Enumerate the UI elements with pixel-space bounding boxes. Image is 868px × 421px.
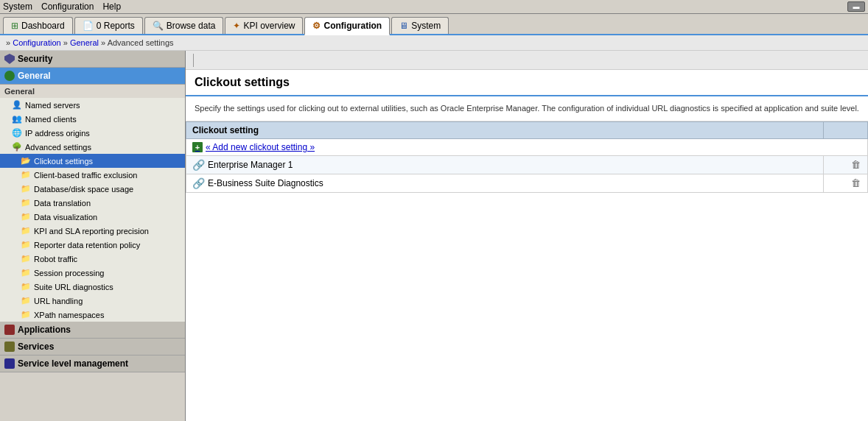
sidebar-item-xpath[interactable]: 📁 XPath namespaces (0, 308, 185, 322)
menu-help[interactable]: Help (102, 1, 121, 12)
breadcrumb-current: Advanced settings (108, 38, 174, 47)
data-visualization-label: Data visualization (34, 213, 97, 222)
table-header-setting: Clickout setting (186, 121, 824, 138)
sidebar-item-applications[interactable]: Applications (0, 322, 185, 339)
ebs-label: E-Business Suite Diagnostics (208, 178, 323, 188)
ip-address-label: IP address origins (25, 129, 90, 138)
sidebar-item-session-processing[interactable]: 📁 Session processing (0, 266, 185, 280)
tab-dashboard[interactable]: ⊞ Dashboard (3, 17, 73, 34)
row-ebs-actions: 🗑 (824, 174, 868, 192)
reporter-retention-label: Reporter data retention policy (34, 241, 140, 250)
delete-ebs-icon[interactable]: 🗑 (850, 177, 861, 189)
sidebar-item-services[interactable]: Services (0, 339, 185, 355)
url-handling-label: URL handling (34, 297, 83, 305)
description-text: Specify the settings used for clicking o… (195, 104, 859, 113)
breadcrumb: » Configuration » General » Advanced set… (0, 35, 868, 51)
breadcrumb-config[interactable]: Configuration (13, 38, 60, 47)
tab-system[interactable]: 🖥 System (391, 17, 449, 34)
kpi-sla-label: KPI and SLA reporting precision (34, 227, 149, 236)
tab-reports-label: 0 Reports (97, 21, 135, 31)
client-traffic-label: Client-based traffic exclusion (34, 171, 137, 180)
named-clients-label: Named clients (25, 115, 77, 124)
sidebar-services-label: Services (18, 342, 54, 352)
system-icon: 🖥 (399, 21, 408, 31)
robot-traffic-label: Robot traffic (34, 255, 77, 263)
xpath-label: XPath namespaces (34, 311, 104, 319)
sidebar-item-suite-url[interactable]: 📁 Suite URL diagnostics (0, 280, 185, 294)
data-translation-label: Data translation (34, 199, 91, 208)
session-processing-label: Session processing (34, 269, 104, 277)
sidebar-group-label: General (0, 85, 185, 98)
add-link-text: « Add new clickout setting » (206, 142, 315, 152)
sidebar-item-slm[interactable]: Service level management (0, 355, 185, 372)
breadcrumb-sep0: » (6, 38, 13, 47)
dashboard-icon: ⊞ (11, 21, 18, 31)
sidebar-item-database[interactable]: 📁 Database/disk space usage (0, 182, 185, 196)
em-row[interactable]: 🔗 Enterprise Manager 1 (192, 159, 817, 171)
shield-icon (4, 54, 15, 64)
tab-browse-data[interactable]: 🔍 Browse data (144, 17, 224, 34)
folder-icon-9: 📁 (21, 282, 31, 291)
folder-icon-5: 📁 (21, 226, 31, 236)
breadcrumb-sep1: » (63, 38, 70, 47)
tab-dashboard-label: Dashboard (21, 21, 65, 31)
sidebar-item-ip-address[interactable]: 🌐 IP address origins (0, 126, 185, 140)
sidebar-item-named-clients[interactable]: 👥 Named clients (0, 112, 185, 126)
sidebar-item-advanced-settings[interactable]: 🌳 Advanced settings (0, 140, 185, 154)
tab-bar: ⊞ Dashboard 📄 0 Reports 🔍 Browse data ✦ … (0, 14, 868, 35)
folder-icon-7: 📁 (21, 254, 31, 263)
sidebar-item-data-translation[interactable]: 📁 Data translation (0, 196, 185, 210)
clickout-table: Clickout setting + « Add new clickout se… (186, 121, 868, 193)
sidebar-general-label: General (18, 71, 51, 81)
clickout-icon-ebs: 🔗 (192, 177, 205, 189)
tab-kpi-label: KPI overview (243, 21, 295, 31)
people2-icon: 👥 (12, 114, 22, 124)
table-row: 🔗 E-Business Suite Diagnostics 🗑 (186, 174, 868, 192)
reports-icon: 📄 (83, 21, 94, 31)
sidebar-item-clickout-settings[interactable]: 📂 Clickout settings (0, 154, 185, 168)
table-row: 🔗 Enterprise Manager 1 🗑 (186, 155, 868, 174)
sidebar-item-url-handling[interactable]: 📁 URL handling (0, 294, 185, 308)
clickout-icon-em: 🔗 (192, 159, 205, 171)
sidebar-item-data-visualization[interactable]: 📁 Data visualization (0, 210, 185, 224)
network-icon: 🌐 (12, 128, 22, 138)
sidebar-item-security[interactable]: Security (0, 51, 185, 68)
slm-icon (4, 358, 15, 369)
sidebar-general-group: General 👤 Named servers 👥 Named clients … (0, 85, 185, 322)
add-clickout-link[interactable]: + « Add new clickout setting » (192, 142, 861, 152)
sidebar-item-kpi-sla[interactable]: 📁 KPI and SLA reporting precision (0, 224, 185, 238)
sidebar-item-reporter-retention[interactable]: 📁 Reporter data retention policy (0, 238, 185, 252)
breadcrumb-sep2: » (101, 38, 108, 47)
sidebar-item-robot-traffic[interactable]: 📁 Robot traffic (0, 252, 185, 266)
folder-open-icon: 📂 (21, 156, 31, 166)
sidebar-item-client-traffic[interactable]: 📁 Client-based traffic exclusion (0, 168, 185, 182)
tree-icon: 🌳 (12, 142, 22, 152)
folder-icon-11: 📁 (21, 310, 31, 319)
power-icon[interactable]: ▬ (847, 1, 865, 12)
toolbar-separator (193, 54, 194, 67)
breadcrumb-general[interactable]: General (70, 38, 99, 47)
delete-em-icon[interactable]: 🗑 (850, 159, 861, 171)
main-layout: Security General General 👤 Named servers… (0, 51, 868, 421)
tab-reports[interactable]: 📄 0 Reports (74, 17, 143, 34)
tab-configuration[interactable]: ⚙ Configuration (304, 17, 390, 35)
ebs-row[interactable]: 🔗 E-Business Suite Diagnostics (192, 177, 817, 189)
people-icon: 👤 (12, 100, 22, 110)
folder-icon-8: 📁 (21, 268, 31, 277)
suite-url-label: Suite URL diagnostics (34, 283, 113, 291)
sidebar-item-general[interactable]: General (0, 68, 185, 85)
advanced-settings-label: Advanced settings (25, 143, 91, 152)
folder-icon-3: 📁 (21, 198, 31, 208)
add-icon-box: + (192, 142, 203, 152)
sidebar-item-named-servers[interactable]: 👤 Named servers (0, 98, 185, 112)
content-description: Specify the settings used for clicking o… (186, 96, 868, 121)
menu-system[interactable]: System (3, 1, 32, 12)
tab-kpi-overview[interactable]: ✦ KPI overview (225, 17, 303, 34)
named-servers-label: Named servers (25, 101, 80, 110)
em-label: Enterprise Manager 1 (208, 160, 293, 170)
menu-configuration[interactable]: Configuration (41, 1, 94, 12)
add-link-cell: + « Add new clickout setting » (186, 138, 868, 155)
folder-icon-1: 📁 (21, 170, 31, 180)
kpi-icon: ✦ (233, 21, 240, 31)
row-ebs-cell: 🔗 E-Business Suite Diagnostics (186, 174, 824, 192)
